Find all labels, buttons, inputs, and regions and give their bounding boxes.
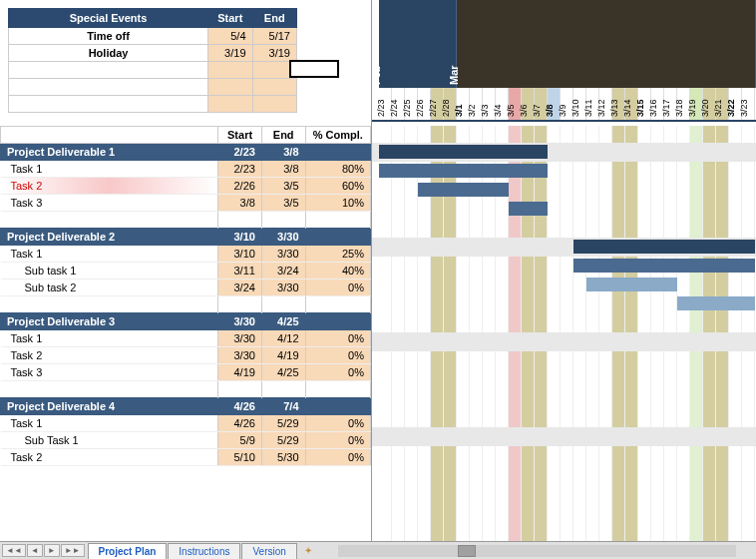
event-start-cell[interactable]: 5/4 [208,28,252,45]
deliverable-row[interactable]: Project Deliverable 12/233/8 [1,144,371,161]
gantt-deliverable-row [372,427,756,446]
timeline-header: FebMar 2/232/242/252/262/272/283/13/23/3… [372,0,756,126]
special-events-table[interactable]: Special Events Start End Time off 5/4 5/… [8,8,297,113]
gantt-task-row [372,294,756,313]
special-events-panel: Special Events Start End Time off 5/4 5/… [0,0,372,126]
nav-first-icon[interactable]: ◄◄ [2,544,26,557]
col-start: Start [218,127,262,144]
task-table[interactable]: StartEnd% Compl.Project Deliverable 12/2… [0,126,371,466]
active-cell-cursor[interactable] [289,60,339,78]
gantt-deliverable-row [372,238,756,257]
task-row[interactable]: Task 33/83/510% [1,195,371,212]
task-row[interactable]: Task 13/103/3025% [1,246,371,263]
event-end-cell[interactable]: 3/19 [252,45,296,62]
gantt-task-row [372,370,756,389]
event-name-cell[interactable]: Time off [9,28,208,45]
deliverable-row[interactable]: Project Deliverable 44/267/4 [1,398,371,415]
col-end: End [261,127,305,144]
task-row[interactable]: Task 23/304/190% [1,347,371,364]
gantt-task-row [372,389,756,408]
task-row[interactable]: Sub Task 15/95/290% [1,432,371,449]
nav-next-icon[interactable]: ► [44,544,60,557]
gantt-task-row [372,181,756,200]
gantt-panel[interactable] [372,126,756,559]
gantt-deliverable-row [372,332,756,351]
gantt-task-row [372,465,756,484]
gantt-task-row [372,351,756,370]
task-row[interactable]: Task 34/194/250% [1,364,371,381]
events-end-header: End [252,9,296,28]
task-row[interactable]: Task 25/105/300% [1,449,371,466]
deliverable-row[interactable]: Project Deliverable 33/304/25 [1,313,371,330]
gantt-task-row [372,276,756,294]
gantt-task-row [372,446,756,465]
tab-nav: ◄◄ ◄ ► ►► [0,544,88,557]
task-panel: StartEnd% Compl.Project Deliverable 12/2… [0,126,372,559]
gantt-task-row [372,257,756,276]
gantt-task-row [372,200,756,219]
sheet-tab-version[interactable]: Version [241,543,296,559]
new-sheet-icon[interactable]: ✦ [298,545,318,556]
scrollbar-thumb[interactable] [458,545,476,557]
event-start-cell[interactable]: 3/19 [208,45,252,62]
gantt-task-row [372,484,756,503]
task-row[interactable]: Task 22/263/560% [1,178,371,195]
sheet-tab-project-plan[interactable]: Project Plan [88,543,168,559]
nav-prev-icon[interactable]: ◄ [27,544,43,557]
task-row[interactable]: Task 12/233/880% [1,161,371,178]
task-row[interactable]: Task 13/304/120% [1,330,371,347]
events-title-header: Special Events [9,9,208,28]
col-pct: % Compl. [305,127,370,144]
task-row[interactable]: Task 14/265/290% [1,415,371,432]
sheet-tab-bar: ◄◄ ◄ ► ►► Project Plan Instructions Vers… [0,541,756,559]
event-name-cell[interactable]: Holiday [9,45,208,62]
gantt-deliverable-row [372,143,756,162]
nav-last-icon[interactable]: ►► [61,544,85,557]
events-start-header: Start [208,9,252,28]
task-row[interactable]: Sub task 23/243/300% [1,280,371,296]
gantt-task-row [372,162,756,181]
event-end-cell[interactable]: 5/17 [252,28,296,45]
date-column: 3/23 [742,88,755,120]
deliverable-row[interactable]: Project Deliverable 23/103/30 [1,229,371,246]
sheet-tab-instructions[interactable]: Instructions [168,543,240,559]
horizontal-scrollbar[interactable] [338,545,736,557]
task-row[interactable]: Sub task 13/113/2440% [1,263,371,280]
